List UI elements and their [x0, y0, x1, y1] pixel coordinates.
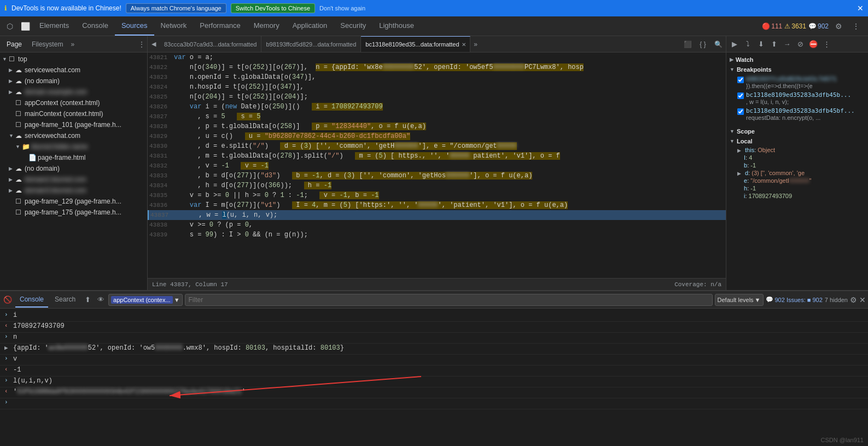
context-selector[interactable]: appContext (contex... ▼ — [108, 294, 182, 306]
dont-show-btn[interactable]: Don't show again — [319, 5, 365, 11]
tab-network[interactable]: Network — [154, 16, 194, 36]
scope-item-b: b: -1 — [729, 161, 866, 169]
pretty-print-icon[interactable]: { } — [695, 37, 710, 52]
code-line-43832: 43832 , v = -1 v = -1 — [148, 161, 726, 171]
sidebar-tab-page[interactable]: Page — [2, 37, 26, 52]
tree-item-nodomain1[interactable]: ▶ ☁ (no domain) — [0, 76, 147, 86]
local-section-header[interactable]: ▼ Local — [729, 136, 866, 146]
notif-close-btn[interactable]: ✕ — [857, 4, 864, 13]
tree-arrow: ▼ — [2, 56, 9, 62]
tree-item-blurred1[interactable]: ▶ ☁ domain.example.com — [0, 86, 147, 97]
tab-performance[interactable]: Performance — [193, 16, 247, 36]
more-debug-btn[interactable]: ⋮ — [820, 38, 832, 50]
scope-section-header[interactable]: ▼ Scope — [729, 126, 866, 136]
console-close-btn[interactable]: ✕ — [859, 296, 866, 304]
console-clear-btn[interactable]: 🚫 — [2, 294, 13, 305]
tab-elements[interactable]: Elements — [33, 16, 75, 36]
tree-item-maincontext[interactable]: ☐ mainContext (context.html) — [0, 108, 147, 119]
search-in-file-icon[interactable]: 🔍 — [710, 37, 726, 52]
code-content: 43821 var o = a; 43822 n[o(340)] = t[o(2… — [148, 53, 726, 290]
editor-tab-close-btn[interactable]: ✕ — [462, 42, 466, 48]
editor-tab-2[interactable]: b98193ffcd5d829...data:formatted — [261, 36, 361, 52]
console-result-arrow: ‹ — [4, 366, 13, 373]
tree-item-pageframe175[interactable]: ☐ page-frame_175 (page-frame.h... — [0, 207, 147, 218]
tree-item-swc2[interactable]: ▼ ☁ servicewechat.com — [0, 130, 147, 141]
tab-application[interactable]: Application — [286, 16, 334, 36]
line-number: 43826 — [148, 102, 172, 112]
bp-code-2: bc1318e8109ed35283a3dfb45b... — [746, 91, 851, 99]
console-prompt: › — [4, 377, 13, 384]
console-text: i — [13, 311, 864, 319]
pause-exceptions-btn[interactable]: ⛔ — [807, 38, 819, 50]
right-panel: ▶ ⤵ ⬇ ⬆ → ⊘ ⛔ ⋮ ▶ Watch ▼ Breakpoints — [726, 36, 868, 290]
switch-chinese-btn[interactable]: Switch DevTools to Chinese — [231, 3, 315, 13]
tab-security[interactable]: Security — [334, 16, 372, 36]
bp-checkbox-3[interactable] — [737, 108, 744, 115]
tree-item-pageframe101[interactable]: ☐ page-frame_101 (page-frame.h... — [0, 119, 147, 130]
console-text: {appId: 'wx8eXXXXXX52', openId: 'ow5XXXX… — [13, 344, 864, 352]
tree-item-pageframehtml[interactable]: 📄 page-frame.html — [0, 152, 147, 163]
issues-badge[interactable]: 💬 902 Issues: ■ 902 — [766, 296, 823, 303]
inspect-toggle-btn[interactable]: ⬡ — [2, 19, 18, 34]
main-layout: Page Filesystem » ⋮ ▼ ☐ top ▶ ☁ servicew… — [0, 36, 868, 446]
tree-item-blurred3[interactable]: ▶ ☁ domain3.blurred.com — [0, 185, 147, 196]
tab-memory[interactable]: Memory — [247, 16, 286, 36]
line-number: 43839 — [148, 230, 172, 240]
editor-back-btn[interactable]: ◀ — [148, 38, 160, 50]
deactivate-breakpoints-btn[interactable]: ⊘ — [794, 38, 806, 50]
format-icon[interactable]: ⬛ — [680, 37, 695, 52]
watch-section-header[interactable]: ▶ Watch — [729, 55, 866, 65]
code-line-43829: 43829 , u = c() u = "b962807e7862-44c4-b… — [148, 131, 726, 141]
code-line-43833: 43833 , b = d[o(277)]("d3") b = -1, d = … — [148, 171, 726, 181]
eye-btn[interactable]: 👁 — [95, 294, 106, 305]
tree-item-blurred2[interactable]: ▶ ☁ domain2.blurred.com — [0, 174, 147, 185]
settings-btn[interactable]: ⚙ — [831, 19, 846, 34]
pause-resume-btn[interactable]: ▶ — [729, 38, 741, 50]
tab-sources[interactable]: Sources — [115, 16, 154, 36]
bp-checkbox-2[interactable] — [737, 92, 744, 99]
breakpoints-section-header[interactable]: ▼ Breakpoints — [729, 65, 866, 74]
bp-checkbox-1[interactable] — [737, 77, 744, 83]
step-into-btn[interactable]: ⬇ — [755, 38, 767, 50]
console-tab[interactable]: Console — [15, 292, 48, 308]
code-lines[interactable]: 43821 var o = a; 43822 n[o(340)] = t[o(2… — [148, 53, 726, 278]
sidebar-menu-btn[interactable]: ⋮ — [138, 40, 145, 48]
console-text: n — [13, 333, 864, 341]
sidebar-more-btn[interactable]: » — [71, 40, 74, 48]
scope-item-i: i: 1708927493709 — [729, 192, 866, 200]
tree-item-top[interactable]: ▼ ☐ top — [0, 54, 147, 65]
tree-item-nodomain2[interactable]: ▶ ☁ (no domain) — [0, 163, 147, 174]
tree-item-pageframe129[interactable]: ☐ page-frame_129 (page-frame.h... — [0, 196, 147, 207]
line-code: var I = m[o(277)]("v1") I = 4, m = (5) [… — [172, 200, 726, 210]
top-btn[interactable]: ⬆ — [82, 294, 93, 305]
always-match-btn[interactable]: Always match Chrome's language — [126, 3, 226, 13]
default-levels-select[interactable]: Default levels ▼ — [715, 294, 764, 306]
device-toggle-btn[interactable]: ⬜ — [18, 19, 33, 34]
breakpoint-2: bc1318e8109ed35283a3dfb45b... , w = l(u,… — [729, 90, 866, 106]
issues-count: ■ — [807, 297, 811, 303]
tree-item-appcontext[interactable]: ☐ appContext (context.html) — [0, 97, 147, 108]
step-over-btn[interactable]: ⤵ — [742, 38, 754, 50]
search-tab[interactable]: Search — [50, 292, 80, 308]
sidebar-tab-filesystem[interactable]: Filesystem — [27, 37, 67, 52]
editor-tab-1[interactable]: 83ccca3b07ca9d3...data:formatted — [160, 36, 261, 52]
bottom-section: 🚫 Console Search ⬆ 👁 appContext (contex.… — [0, 290, 868, 446]
code-line-43838: 43838 v >= 0 ? (p = 0, — [148, 220, 726, 230]
right-panel-content: ▶ Watch ▼ Breakpoints b98193ffcd5d829cb4… — [726, 53, 868, 290]
msg-count: 902 — [818, 22, 829, 30]
hidden-count: 7 hidden — [825, 297, 848, 303]
console-text: -1 — [13, 366, 864, 374]
step-btn[interactable]: → — [781, 38, 793, 50]
console-prompt: › — [4, 333, 13, 340]
tab-lighthouse[interactable]: Lighthouse — [372, 16, 421, 36]
tab-console[interactable]: Console — [75, 16, 115, 36]
editor-tab-more-btn[interactable]: » — [470, 40, 481, 48]
tree-item-blurred-folder[interactable]: ▼ 📁 blurred.folder.name — [0, 141, 147, 152]
tree-item-swc1[interactable]: ▶ ☁ servicewechat.com — [0, 65, 147, 76]
console-filter-input[interactable] — [185, 294, 713, 306]
console-text[interactable] — [13, 399, 864, 407]
step-out-btn[interactable]: ⬆ — [768, 38, 780, 50]
editor-tab-3[interactable]: bc1318e8109ed35...data:formatted ✕ — [361, 36, 470, 52]
console-settings-btn[interactable]: ⚙ — [850, 296, 857, 304]
more-btn[interactable]: ⋮ — [848, 19, 864, 34]
